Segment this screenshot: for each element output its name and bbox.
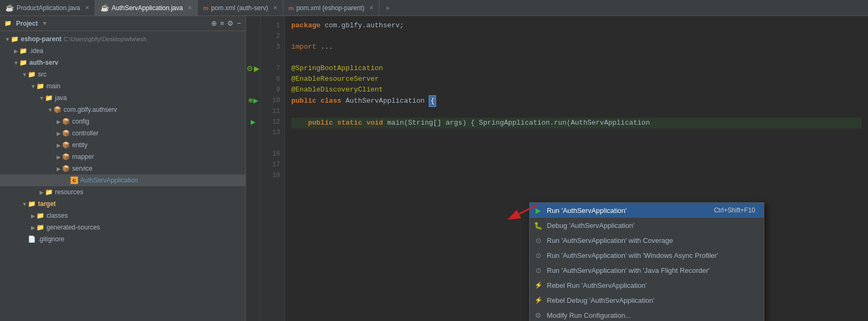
code-line-8: @SpringBootApplication [291, 63, 862, 74]
run-gutter-icon[interactable]: ▶ [254, 63, 260, 74]
tree-item-classes[interactable]: ▶ 📁 classes [0, 210, 245, 221]
code-text [316, 42, 321, 52]
java-icon: ☕ [100, 4, 109, 12]
item-label: src [38, 71, 46, 78]
tab-close-btn[interactable]: ✕ [85, 5, 89, 11]
menu-item-run[interactable]: ▶ Run 'AuthServApplication' Ctrl+Shift+F… [530, 203, 764, 218]
tree-item-idea[interactable]: ▶ 📁 .idea [0, 45, 245, 57]
item-label: config [72, 118, 89, 125]
menu-item-rebel-run[interactable]: ⚡ Rebel Run 'AuthServApplication' [530, 278, 764, 293]
toggle-icon[interactable]: ▶ [38, 189, 45, 195]
menu-item-rebel-debug[interactable]: ⚡ Rebel Debug 'AuthServApplication' [530, 293, 764, 308]
toggle-icon[interactable]: ▼ [38, 95, 45, 101]
tree-item-target[interactable]: ▼ 📁 target [0, 198, 245, 210]
menu-item-modify-config[interactable]: ⚙ Modify Run Configuration... [530, 308, 764, 321]
folder-icon: 📁 [36, 212, 44, 219]
item-label: .idea [29, 47, 43, 55]
more-tabs-btn[interactable]: » [382, 4, 394, 12]
tree-item-gitignore[interactable]: 📄 .gitignore [0, 233, 245, 245]
tab-close-btn[interactable]: ✕ [369, 5, 374, 11]
toggle-icon[interactable]: ▶ [56, 131, 62, 136]
collapse-icon[interactable]: ≡ [220, 19, 224, 27]
gutter-11: ❋ ▶ [246, 95, 260, 106]
tree-item-auth-serv[interactable]: ▼ 📁 auth-serv [0, 57, 245, 68]
gutter-icons: ⚙ ▶ ❋ ▶ ▶ [246, 16, 261, 321]
code-editor[interactable]: ⚙ ▶ ❋ ▶ ▶ 1 [246, 16, 868, 321]
tree-item-entity[interactable]: ▶ 📦 entity [0, 139, 245, 151]
menu-item-label: Run 'AuthServApplication' with 'Java Fli… [547, 266, 751, 274]
menu-item-shortcut: Ctrl+Shift+F10 [714, 207, 755, 214]
tree-item-eshop-parent[interactable]: ▼ 📁 eshop-parent C:\Users\gblfy\Desktop\… [0, 33, 245, 45]
menu-item-run-async-profiler[interactable]: ⊙ Run 'AuthServApplication' with 'Window… [530, 248, 764, 263]
gutter-9 [246, 74, 260, 85]
tree-item-generated-sources[interactable]: ▶ 📁 generated-sources [0, 221, 245, 233]
coverage-icon: ⊙ [534, 236, 542, 244]
package-icon: 📦 [62, 141, 70, 149]
folder-icon: 📁 [28, 71, 36, 78]
tree-item-controller[interactable]: ▶ 📦 controller [0, 127, 245, 139]
menu-item-debug[interactable]: 🐛 Debug 'AuthServApplication' [530, 218, 764, 233]
toggle-icon[interactable]: ▶ [56, 119, 62, 125]
tree-item-auth-serv-application[interactable]: C AuthServApplication [0, 174, 245, 186]
toggle-icon[interactable]: ▼ [4, 36, 11, 42]
tab-bar: ☕ ProductAplication.java ✕ ☕ AuthServApp… [0, 0, 868, 16]
toggle-icon[interactable]: ▶ [30, 225, 36, 231]
toggle-icon[interactable]: ▼ [30, 83, 36, 89]
gutter-17 [246, 138, 260, 149]
toggle-icon[interactable]: ▼ [21, 201, 28, 207]
tab-close-btn[interactable]: ✕ [273, 5, 277, 11]
tree-item-mapper[interactable]: ▶ 📦 mapper [0, 151, 245, 163]
minimize-icon[interactable]: − [237, 19, 241, 27]
toggle-icon[interactable]: ▼ [13, 60, 19, 66]
code-line-7 [291, 52, 862, 63]
menu-item-label: Run 'AuthServApplication' with 'Windows … [547, 251, 751, 259]
item-label: generated-sources [46, 224, 100, 231]
toggle-icon[interactable]: ▼ [21, 72, 28, 78]
tab-label: AuthServApplication.java [112, 4, 183, 12]
menu-item-label: Modify Run Configuration... [547, 311, 751, 319]
tab-label: pom.xml (eshop-parent) [296, 4, 364, 12]
item-label: java [55, 94, 67, 102]
menu-item-run-coverage[interactable]: ⊙ Run 'AuthServApplication' with Coverag… [530, 233, 764, 248]
annotation: @EnableDiscoveryClient [291, 85, 383, 95]
project-tree: ▼ 📁 eshop-parent C:\Users\gblfy\Desktop\… [0, 31, 245, 247]
tree-item-java[interactable]: ▼ 📁 java [0, 92, 245, 104]
tree-item-service[interactable]: ▶ 📦 service [0, 163, 245, 174]
run-gutter-icon-11[interactable]: ▶ [253, 95, 258, 106]
folder-icon: 📁 [45, 188, 53, 196]
project-sidebar: 📁 Project ▼ ⊕ ≡ ⚙ − ▼ 📁 eshop-parent C:\… [0, 16, 246, 321]
toggle-icon[interactable]: ▶ [30, 213, 36, 219]
code-line-18 [291, 150, 862, 160]
tree-item-config[interactable]: ▶ 📦 config [0, 116, 245, 127]
toggle-icon[interactable]: ▶ [56, 166, 62, 172]
tab-close-btn[interactable]: ✕ [188, 5, 192, 11]
settings-icon[interactable]: ⚙ [227, 19, 234, 27]
item-label: com.gblfy.authserv [64, 106, 117, 113]
tab-auth-serv-application[interactable]: ☕ AuthServApplication.java ✕ [95, 0, 198, 16]
keyword: public [291, 96, 316, 106]
item-label: resources [55, 188, 83, 196]
folder-icon: 📁 [36, 224, 44, 231]
gutter-18 [246, 149, 260, 159]
file-icon: 📄 [28, 235, 36, 243]
code-line-12 [291, 107, 862, 118]
code-line-11: public class AuthServApplication { [291, 95, 862, 107]
toggle-icon[interactable]: ▼ [47, 107, 53, 113]
spring-line-icon: ❋ [248, 95, 253, 106]
tree-item-main[interactable]: ▼ 📁 main [0, 80, 245, 92]
toggle-icon[interactable]: ▶ [56, 154, 62, 160]
tree-item-package-root[interactable]: ▼ 📦 com.gblfy.authserv [0, 104, 245, 116]
package-icon: 📦 [62, 165, 70, 172]
tree-item-src[interactable]: ▼ 📁 src [0, 68, 245, 80]
run-gutter-icon-13[interactable]: ▶ [251, 117, 255, 127]
toggle-icon[interactable]: ▶ [13, 48, 19, 54]
toggle-icon[interactable]: ▶ [56, 142, 62, 148]
tab-product-application[interactable]: ☕ ProductAplication.java ✕ [0, 0, 95, 16]
menu-item-run-flight-recorder[interactable]: ⊙ Run 'AuthServApplication' with 'Java F… [530, 263, 764, 278]
tab-pom-auth-serv[interactable]: m pom.xml (auth-serv) ✕ [198, 0, 283, 16]
tab-pom-eshop-parent[interactable]: m pom.xml (eshop-parent) ✕ [283, 0, 379, 16]
tree-item-resources[interactable]: ▶ 📁 resources [0, 186, 245, 198]
code-line-17 [291, 139, 862, 150]
dropdown-arrow[interactable]: ▼ [42, 20, 48, 26]
locate-icon[interactable]: ⊕ [211, 19, 217, 27]
